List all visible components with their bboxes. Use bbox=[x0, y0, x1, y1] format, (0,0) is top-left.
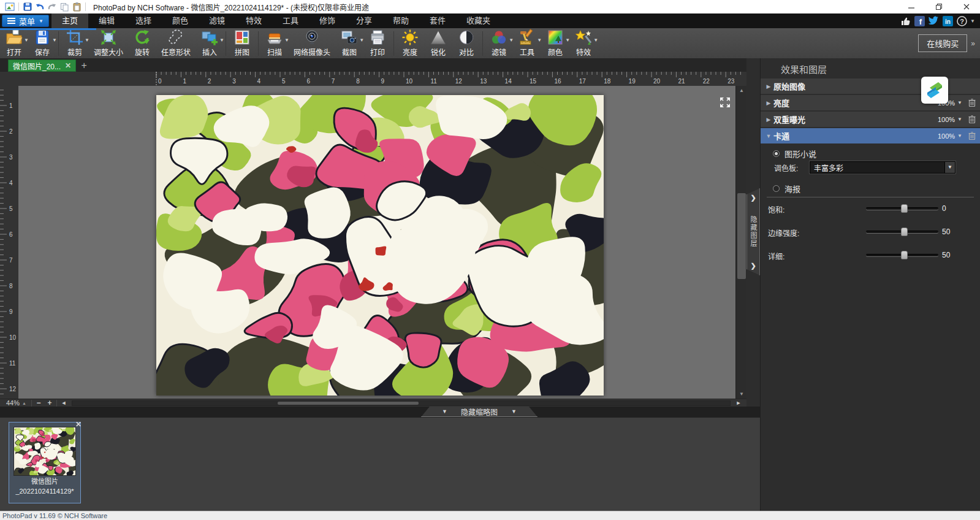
toolbar-button-insert[interactable]: ▼插入 bbox=[196, 28, 224, 58]
zoom-dropdown-caret[interactable]: ▲ bbox=[22, 401, 26, 405]
zoom-level[interactable]: 44% bbox=[6, 399, 20, 407]
menu-tab-套件[interactable]: 套件 bbox=[419, 13, 456, 28]
scroll-right-arrow[interactable]: ► bbox=[733, 399, 744, 407]
menu-tab-分享[interactable]: 分享 bbox=[346, 13, 382, 28]
chevron-down-icon[interactable]: ▼ bbox=[957, 100, 962, 105]
chevron-down-icon[interactable]: ▼ bbox=[970, 18, 975, 24]
layer-row-4[interactable]: ▼卡通100%▼ bbox=[761, 128, 980, 143]
layer-opacity-value[interactable]: 100% bbox=[938, 116, 955, 123]
zoom-in-button[interactable]: + bbox=[44, 399, 55, 407]
toolbar-button-resize[interactable]: 调整大小 bbox=[89, 28, 128, 58]
collapse-arrow-icon[interactable]: ▼ bbox=[764, 133, 773, 139]
toolbar-button-rotate[interactable]: 旋转 bbox=[128, 28, 156, 58]
toolbar-button-filter[interactable]: ▼滤镜 bbox=[485, 28, 513, 58]
menu-tab-特效[interactable]: 特效 bbox=[235, 13, 272, 28]
radio-graphic-novel[interactable]: 图形小说 bbox=[773, 148, 816, 159]
canvas-area[interactable] bbox=[18, 86, 735, 399]
scroll-down-arrow[interactable]: ▼ bbox=[736, 389, 747, 399]
menu-tab-帮助[interactable]: 帮助 bbox=[382, 13, 419, 28]
paste-icon[interactable] bbox=[70, 1, 83, 12]
palette-select[interactable]: 丰富多彩 ▼ bbox=[810, 161, 955, 174]
delete-layer-icon[interactable] bbox=[968, 99, 976, 107]
menu-tab-选择[interactable]: 选择 bbox=[125, 13, 162, 28]
slider-thumb[interactable] bbox=[901, 204, 908, 213]
menu-tab-滤镜[interactable]: 滤镜 bbox=[199, 13, 235, 28]
help-icon[interactable]: ? bbox=[956, 15, 967, 26]
scroll-up-arrow[interactable]: ▲ bbox=[736, 86, 747, 95]
like-icon[interactable] bbox=[900, 15, 911, 26]
chevron-down-icon[interactable]: ▼ bbox=[944, 162, 955, 173]
toolbar-button-open[interactable]: ▼打开 bbox=[0, 28, 28, 58]
vertical-scrollbar[interactable]: ▲ ▼ bbox=[735, 86, 746, 399]
scroll-left-arrow[interactable]: ◄ bbox=[58, 399, 69, 407]
delete-layer-icon[interactable] bbox=[968, 132, 976, 140]
linkedin-icon[interactable]: in bbox=[942, 15, 953, 26]
close-button[interactable] bbox=[952, 0, 980, 13]
slider-thumb[interactable] bbox=[901, 228, 908, 236]
toolbar-button-collage[interactable]: 拼图 bbox=[228, 28, 256, 58]
horizontal-scrollbar[interactable] bbox=[72, 400, 731, 406]
slider-track[interactable] bbox=[866, 231, 938, 233]
document-tab-close-icon[interactable]: ✕ bbox=[65, 62, 71, 69]
facebook-icon[interactable]: f bbox=[914, 15, 925, 26]
toolbar-button-save[interactable]: ▼保存 bbox=[28, 28, 56, 58]
radio-poster[interactable]: 海报 bbox=[773, 183, 800, 194]
slider-track[interactable] bbox=[866, 207, 938, 210]
toolbar-button-tools[interactable]: ▼工具 bbox=[513, 28, 541, 58]
toolbar-button-contrast[interactable]: 对比 bbox=[452, 28, 481, 58]
chevron-down-icon[interactable]: ▼ bbox=[52, 37, 57, 43]
menu-tab-主页[interactable]: 主页 bbox=[51, 13, 88, 28]
hide-layers-tab[interactable]: ❯ 隐藏图层 ❯ bbox=[746, 188, 760, 275]
slider-thumb[interactable] bbox=[901, 251, 908, 259]
toolbar-button-brightness[interactable]: 亮度 bbox=[396, 28, 424, 58]
undo-icon[interactable] bbox=[34, 1, 46, 12]
thumbnail-item[interactable]: 微信图片 _20221024114129* ✕ bbox=[9, 422, 81, 503]
toolbar-button-webcam[interactable]: 网络摄像头 bbox=[289, 28, 335, 58]
menu-tab-编辑[interactable]: 编辑 bbox=[88, 13, 125, 28]
new-tab-button[interactable]: + bbox=[76, 59, 92, 72]
menu-tab-收藏夹[interactable]: 收藏夹 bbox=[456, 13, 501, 28]
slider-track[interactable] bbox=[866, 254, 938, 256]
buy-online-button[interactable]: 在线购买 bbox=[918, 34, 967, 52]
zoom-out-button[interactable]: − bbox=[33, 399, 44, 407]
toolbar-button-sharpen[interactable]: 锐化 bbox=[424, 28, 452, 58]
chevron-down-icon[interactable]: ▼ bbox=[219, 37, 224, 43]
minimize-button[interactable] bbox=[897, 0, 925, 13]
toolbar-button-effects[interactable]: ▼特效 bbox=[569, 28, 598, 58]
horizontal-scrollbar-thumb[interactable] bbox=[278, 402, 419, 405]
document-tab[interactable]: 微信图片_20... ✕ bbox=[8, 59, 76, 72]
toolbar-button-freeform[interactable]: 任意形状 bbox=[156, 28, 196, 58]
copy-icon[interactable] bbox=[58, 1, 70, 12]
layer-opacity-value[interactable]: 100% bbox=[938, 132, 955, 140]
thumbnail-image[interactable] bbox=[13, 427, 76, 476]
radio-selected-icon[interactable] bbox=[773, 150, 780, 157]
vertical-scrollbar-thumb[interactable] bbox=[737, 193, 746, 279]
expand-arrow-icon[interactable]: ▶ bbox=[764, 117, 773, 123]
toolbar-button-print[interactable]: 打印 bbox=[363, 28, 392, 58]
chevron-down-icon[interactable]: ▼ bbox=[957, 117, 962, 122]
redo-icon[interactable] bbox=[46, 1, 58, 12]
chevron-down-icon[interactable]: ▼ bbox=[957, 133, 962, 139]
document-image[interactable] bbox=[156, 95, 604, 396]
expand-arrow-icon[interactable]: ▶ bbox=[764, 100, 773, 106]
expand-arrow-icon[interactable]: ▶ bbox=[764, 83, 773, 90]
toolbar-overflow-chevron[interactable]: » bbox=[968, 39, 980, 48]
layer-row-3[interactable]: ▶双重曝光100%▼ bbox=[761, 112, 980, 127]
thumbnail-close-icon[interactable]: ✕ bbox=[75, 421, 82, 428]
twitter-icon[interactable] bbox=[928, 15, 939, 26]
radio-unselected-icon[interactable] bbox=[773, 185, 780, 192]
menu-tab-修饰[interactable]: 修饰 bbox=[309, 13, 346, 28]
toolbar-button-color[interactable]: ▼颜色 bbox=[541, 28, 569, 58]
menu-button[interactable]: 菜单 ▼ bbox=[2, 15, 49, 27]
chevron-down-icon[interactable]: ▼ bbox=[593, 37, 598, 43]
menu-tab-工具[interactable]: 工具 bbox=[272, 13, 309, 28]
toolbar-button-screenshot[interactable]: ▼截图 bbox=[335, 28, 363, 58]
delete-layer-icon[interactable] bbox=[968, 115, 976, 123]
hide-thumbnails-button[interactable]: ▼ 隐藏缩略图 ▼ bbox=[421, 407, 537, 417]
restore-button[interactable] bbox=[925, 0, 952, 13]
menu-tab-颜色[interactable]: 颜色 bbox=[162, 13, 199, 28]
toolbar-button-crop[interactable]: ▼裁剪 bbox=[61, 28, 89, 58]
fullscreen-icon[interactable] bbox=[718, 96, 732, 109]
toolbar-button-scan[interactable]: ▼扫描 bbox=[260, 28, 289, 58]
quick-save-icon[interactable] bbox=[21, 1, 34, 12]
